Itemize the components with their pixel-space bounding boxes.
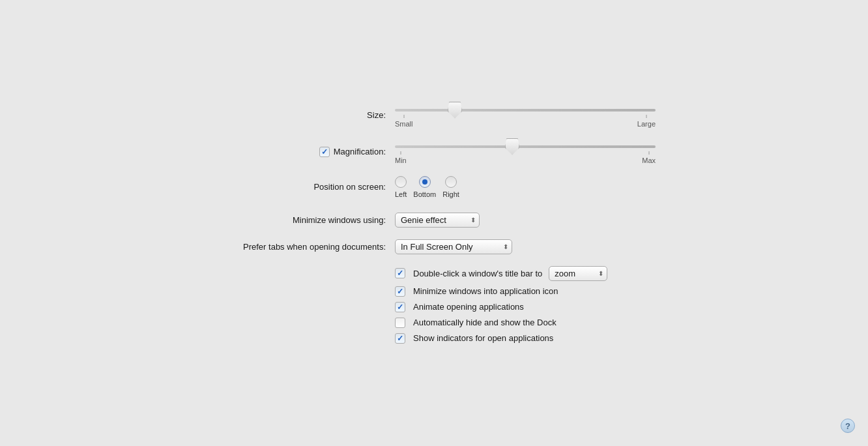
- position-radio-group: Left Bottom Right: [395, 176, 466, 198]
- size-max-label: Large: [637, 120, 656, 128]
- size-min-label: Small: [395, 120, 413, 128]
- size-slider-track: [395, 109, 656, 112]
- size-slider-container: Small Large: [395, 103, 656, 128]
- auto-hide-label: Automatically hide and show the Dock: [413, 318, 557, 327]
- help-button[interactable]: ?: [841, 419, 855, 433]
- magnification-slider-thumb[interactable]: [505, 138, 519, 155]
- radio-left[interactable]: [395, 176, 407, 188]
- magnification-slider-labels: Min Max: [395, 156, 656, 164]
- minimize-into-icon-row: Minimize windows into application icon: [395, 286, 675, 297]
- size-slider-thumb[interactable]: [448, 102, 462, 119]
- magnification-label-wrapper: Magnification:: [193, 147, 395, 157]
- double-click-checkbox[interactable]: [395, 268, 405, 278]
- prefer-tabs-select[interactable]: In Full Screen Only Always Never Manuall…: [395, 239, 512, 254]
- auto-hide-checkbox[interactable]: [395, 318, 405, 328]
- magnification-max-label: Max: [642, 156, 656, 164]
- magnification-slider-track: [395, 145, 656, 148]
- magnification-label: Magnification:: [334, 147, 386, 156]
- double-click-select-wrapper[interactable]: zoom minimize: [549, 266, 607, 281]
- animate-opening-label: Animate opening applications: [413, 302, 524, 312]
- radio-option-bottom[interactable]: Bottom: [413, 176, 436, 198]
- magnification-slider-container: Min Max: [395, 140, 656, 164]
- radio-left-label: Left: [395, 190, 407, 198]
- radio-bottom[interactable]: [419, 176, 431, 188]
- size-slider-wrapper[interactable]: [395, 103, 656, 117]
- position-label: Position on screen:: [193, 182, 395, 192]
- minimize-into-icon-label: Minimize windows into application icon: [413, 286, 558, 296]
- radio-bottom-label: Bottom: [413, 190, 436, 198]
- minimize-select[interactable]: Genie effect Scale effect: [395, 213, 480, 228]
- double-click-row: Double-click a window's title bar to zoo…: [395, 266, 675, 281]
- animate-opening-row: Animate opening applications: [395, 302, 675, 312]
- minimize-into-icon-checkbox[interactable]: [395, 286, 405, 297]
- radio-right[interactable]: [445, 176, 457, 188]
- size-label: Size:: [193, 110, 395, 120]
- magnification-min-label: Min: [395, 156, 407, 164]
- checkboxes-section: Double-click a window's title bar to zoo…: [395, 266, 675, 344]
- radio-option-right[interactable]: Right: [442, 176, 459, 198]
- show-indicators-label: Show indicators for open applications: [413, 333, 553, 343]
- minimize-select-wrapper[interactable]: Genie effect Scale effect: [395, 213, 480, 228]
- show-indicators-checkbox[interactable]: [395, 333, 405, 344]
- minimize-label: Minimize windows using:: [193, 215, 395, 225]
- magnification-checkbox[interactable]: [319, 147, 330, 157]
- prefer-tabs-label: Prefer tabs when opening documents:: [193, 242, 395, 252]
- double-click-select[interactable]: zoom minimize: [549, 266, 607, 281]
- show-indicators-row: Show indicators for open applications: [395, 333, 675, 344]
- radio-option-left[interactable]: Left: [395, 176, 407, 198]
- size-slider-labels: Small Large: [395, 120, 656, 128]
- radio-right-label: Right: [442, 190, 459, 198]
- double-click-label: Double-click a window's title bar to: [413, 269, 542, 278]
- prefer-tabs-select-wrapper[interactable]: In Full Screen Only Always Never Manuall…: [395, 239, 512, 254]
- animate-opening-checkbox[interactable]: [395, 302, 405, 312]
- auto-hide-row: Automatically hide and show the Dock: [395, 318, 675, 328]
- magnification-slider-wrapper[interactable]: [395, 140, 656, 154]
